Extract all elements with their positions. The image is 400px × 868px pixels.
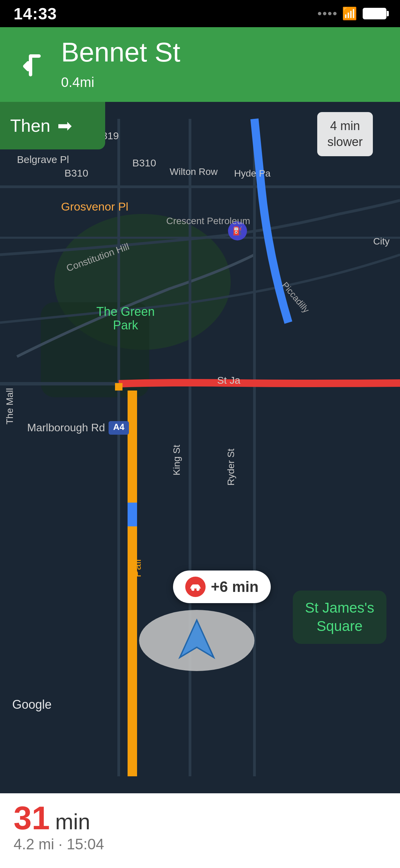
bottom-panel: 31 min 4.2 mi · 15:04 — [0, 793, 400, 868]
status-icons: 📶 — [318, 6, 386, 21]
trip-distance: 4.2 mi — [14, 836, 54, 852]
then-arrow-icon: ➡ — [57, 115, 72, 136]
svg-text:Crescent Petroleum: Crescent Petroleum — [166, 216, 250, 226]
google-watermark: Google — [12, 698, 52, 712]
svg-text:Marlborough Rd: Marlborough Rd — [27, 421, 105, 434]
place-badge: St James'sSquare — [293, 591, 386, 644]
map-area: ⛽ Belgrave Pl B319 Logan Ln B310 B310 Wi… — [0, 102, 400, 793]
turn-arrow-icon — [14, 49, 54, 80]
svg-text:B310: B310 — [132, 157, 156, 168]
traffic-badge[interactable]: +6 min — [173, 571, 271, 603]
eta-minutes: 31 — [14, 802, 50, 834]
svg-text:Ryder St: Ryder St — [226, 449, 236, 486]
nav-arrow — [139, 610, 254, 671]
svg-text:Hyde Pa: Hyde Pa — [234, 168, 271, 179]
svg-marker-39 — [180, 620, 214, 657]
nav-arrow-oval — [139, 610, 254, 671]
place-name: St James'sSquare — [305, 599, 374, 636]
svg-text:St Ja: St Ja — [217, 375, 241, 386]
status-time: 14:33 — [14, 4, 57, 23]
eta-min-label: min — [55, 809, 90, 834]
svg-text:Park: Park — [113, 318, 138, 332]
nav-street: Bennet St — [61, 39, 386, 66]
svg-text:Pall: Pall — [131, 559, 143, 577]
svg-text:⛽: ⛽ — [232, 226, 243, 236]
signal-icon — [318, 12, 337, 15]
wifi-icon: 📶 — [342, 6, 357, 21]
svg-text:City: City — [373, 236, 389, 247]
nav-header: Bennet St 0.4mi — [0, 27, 400, 102]
traffic-car-icon — [185, 577, 206, 597]
svg-text:A4: A4 — [113, 422, 125, 432]
distance-unit: mi — [80, 75, 94, 90]
then-label: Then — [10, 115, 51, 136]
svg-text:The Green: The Green — [96, 305, 155, 319]
svg-text:Belgrave Pl: Belgrave Pl — [17, 154, 69, 165]
nav-info: Bennet St 0.4mi — [54, 39, 386, 90]
slower-time: 4 minslower — [327, 118, 363, 150]
svg-point-38 — [196, 588, 199, 591]
eta-row: 31 min — [14, 802, 386, 834]
separator: · — [58, 836, 62, 852]
slower-badge: 4 minslower — [317, 112, 373, 156]
then-banner: Then ➡ — [0, 102, 105, 149]
svg-text:B310: B310 — [64, 167, 88, 179]
nav-distance: 0.4mi — [61, 69, 386, 90]
eta-details: 4.2 mi · 15:04 — [14, 836, 386, 853]
battery-icon — [363, 8, 386, 19]
status-bar: 14:33 📶 — [0, 0, 400, 27]
svg-point-37 — [192, 588, 194, 591]
svg-text:The Mall: The Mall — [4, 388, 15, 424]
svg-text:King St: King St — [171, 445, 182, 475]
svg-text:Grosvenor Pl: Grosvenor Pl — [61, 200, 128, 213]
traffic-delay-label: +6 min — [211, 578, 259, 595]
svg-text:Wilton Row: Wilton Row — [170, 166, 218, 177]
arrival-time: 15:04 — [67, 836, 104, 852]
